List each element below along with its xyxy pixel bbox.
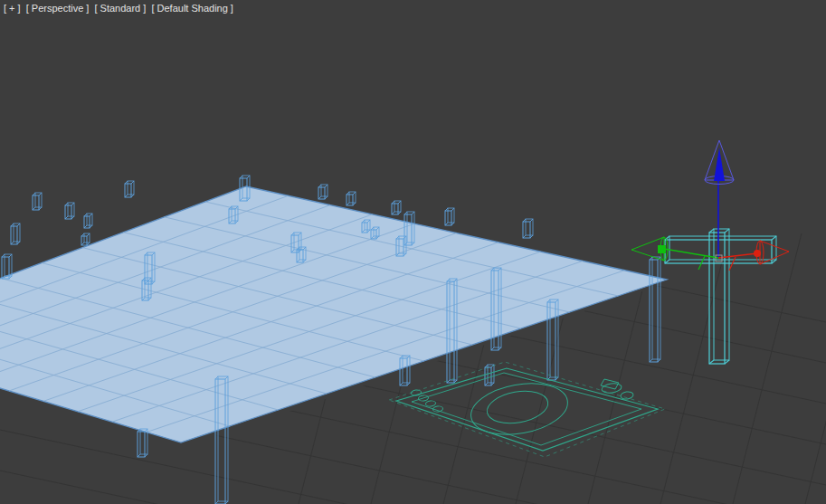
gizmo-y-handle[interactable] [754, 250, 761, 257]
plate-circle [425, 400, 436, 406]
wireframe-box[interactable] [650, 257, 660, 362]
teal-plate-object[interactable] [389, 362, 665, 457]
wireframe-box[interactable] [84, 214, 92, 228]
viewport-menu-pov[interactable]: [ Perspective ] [26, 3, 90, 14]
viewport-menu-renderer[interactable]: [ Standard ] [94, 3, 146, 14]
grid-line [516, 184, 597, 504]
wireframe-box[interactable] [318, 185, 328, 199]
grid-line [0, 430, 826, 504]
wireframe-box[interactable] [65, 203, 74, 219]
wireframe-box[interactable] [81, 233, 90, 245]
grid-line [805, 184, 826, 504]
gizmo-x-handle[interactable] [658, 245, 666, 253]
gizmo-z-arrowhead[interactable] [714, 147, 725, 181]
wireframe-box[interactable] [138, 429, 147, 457]
viewport[interactable]: [ + ] [ Perspective ] [ Standard ] [ Def… [0, 0, 826, 504]
grid-line [733, 184, 814, 504]
plate-circle [621, 391, 634, 400]
wireframe-box[interactable] [11, 223, 20, 244]
plate-dashed-outline [389, 362, 665, 457]
selected-pole[interactable] [709, 229, 729, 364]
wireframe-box[interactable] [445, 208, 454, 225]
viewport-menu-shading[interactable]: [ Default Shading ] [151, 3, 233, 14]
wireframe-box[interactable] [523, 219, 533, 238]
wireframe-box[interactable] [347, 192, 356, 205]
wireframe-box[interactable] [392, 201, 401, 214]
viewport-menu-general[interactable]: [ + ] [4, 3, 21, 14]
plane-object[interactable] [0, 186, 667, 442]
viewport-label-bar: [ + ] [ Perspective ] [ Standard ] [ Def… [4, 2, 236, 14]
gizmo-x-axis[interactable] [664, 249, 718, 258]
scene-canvas[interactable] [0, 0, 826, 504]
move-gizmo[interactable] [631, 140, 789, 271]
wireframe-box[interactable] [125, 181, 134, 197]
wireframe-box[interactable] [33, 193, 42, 210]
